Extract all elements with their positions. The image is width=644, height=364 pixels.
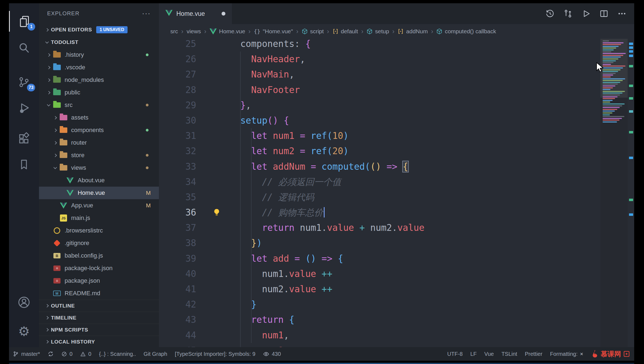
status-git-branch[interactable]: master* xyxy=(9,347,44,361)
section-local-history[interactable]: LOCAL HISTORY xyxy=(39,336,159,347)
status-scanning[interactable]: {..} : Scanning.. xyxy=(95,347,140,361)
status-eol[interactable]: LF xyxy=(467,347,480,361)
chevron-down-icon[interactable] xyxy=(51,167,59,169)
status-ts-importer[interactable]: [TypeScript Importer]: Symbols: 9 xyxy=(171,347,259,361)
breadcrumb-item[interactable]: computed() callback xyxy=(436,28,496,35)
tree-item[interactable]: src xyxy=(39,99,159,111)
tree-item[interactable]: JSmain.js xyxy=(39,212,159,224)
status-encoding[interactable]: UTF-8 xyxy=(443,347,467,361)
tree-item[interactable]: Home.vueM xyxy=(39,187,159,199)
tree-item[interactable]: Bbabel.config.js xyxy=(39,249,159,262)
chevron-right-icon[interactable] xyxy=(51,129,59,132)
code-line[interactable]: 40 num1.value ++ xyxy=(159,266,634,282)
status-tslint[interactable]: TSLint xyxy=(498,347,521,361)
chevron-right-icon[interactable] xyxy=(44,79,53,81)
more-actions-icon[interactable]: ··· xyxy=(142,9,151,18)
activity-search[interactable] xyxy=(9,38,39,58)
activity-account[interactable] xyxy=(9,292,39,313)
code-line[interactable]: 42 } xyxy=(159,297,634,312)
chevron-right-icon[interactable] xyxy=(44,54,53,56)
status-formatting[interactable]: Formatting:× xyxy=(546,347,587,361)
code-line[interactable]: 28 NavFooter xyxy=(159,82,634,98)
activity-settings[interactable]: ⚙ xyxy=(9,321,39,342)
status-language-mode[interactable]: Vue xyxy=(480,347,498,361)
breadcrumb-item[interactable]: views xyxy=(187,28,201,35)
code-line[interactable]: 26 NavHeader, xyxy=(159,52,634,67)
breadcrumb-item[interactable]: script xyxy=(302,28,324,35)
tree-item[interactable]: .browserslistrc xyxy=(39,224,159,237)
close-icon[interactable]: × xyxy=(580,351,583,357)
tree-item[interactable]: ≡package-lock.json xyxy=(39,262,159,275)
status-warnings[interactable]: 0 xyxy=(76,347,95,361)
tree-item[interactable]: .gitignore xyxy=(39,237,159,249)
tree-item[interactable]: MREADME.md xyxy=(39,287,159,300)
status-view-counter[interactable]: 430 xyxy=(259,347,285,361)
activity-explorer[interactable]: 1 xyxy=(9,11,39,32)
code-line[interactable]: 31 let num1 = ref(10) xyxy=(159,128,634,144)
chevron-down-icon[interactable] xyxy=(44,105,53,106)
status-git-graph[interactable]: Git Graph xyxy=(140,347,171,361)
breadcrumb-item[interactable]: Home.vue xyxy=(210,28,245,35)
chevron-right-icon[interactable] xyxy=(51,142,59,144)
tree-item[interactable]: .vscode xyxy=(39,61,159,74)
code-line[interactable]: 43 return { xyxy=(159,312,634,327)
code-line[interactable]: 39 let add = () => { xyxy=(159,251,634,266)
tree-item[interactable]: node_modules xyxy=(39,74,159,86)
code-line[interactable]: 38 }) xyxy=(159,235,634,251)
tree-item[interactable]: ≡package.json xyxy=(39,275,159,287)
section-outline[interactable]: OUTLINE xyxy=(39,300,159,312)
code-line[interactable]: 34 // 必须返回一个值 xyxy=(159,174,634,190)
code-area[interactable]: 25 components: {26 NavHeader,27 NavMain,… xyxy=(159,39,634,347)
tree-item[interactable]: About.vue xyxy=(39,174,159,187)
tree-item[interactable]: App.vueM xyxy=(39,199,159,212)
activity-extensions[interactable] xyxy=(9,128,39,149)
tree-item[interactable]: store xyxy=(39,149,159,162)
run-button[interactable] xyxy=(581,9,591,18)
code-line[interactable]: 29 }, xyxy=(159,98,634,113)
section-npm-scripts[interactable]: NPM SCRIPTS xyxy=(39,324,159,336)
code-line[interactable]: 27 NavMain, xyxy=(159,67,634,82)
more-actions-button[interactable] xyxy=(617,9,627,18)
code-line[interactable]: 37 return num1.value + num2.value xyxy=(159,220,634,235)
status-errors[interactable]: 0 xyxy=(58,347,76,361)
section-todolist[interactable]: TODOLIST xyxy=(39,36,159,49)
code-line[interactable]: 45 num2, xyxy=(159,343,634,347)
code-line[interactable]: 25 components: { xyxy=(159,39,634,52)
breadcrumb-item[interactable]: src xyxy=(170,28,178,35)
chevron-right-icon[interactable] xyxy=(44,91,53,94)
tree-item[interactable]: router xyxy=(39,136,159,149)
chevron-right-icon[interactable] xyxy=(51,154,59,157)
breadcrumb-item[interactable]: setup xyxy=(367,28,389,35)
section-timeline[interactable]: TIMELINE xyxy=(39,312,159,324)
unsaved-dot-icon[interactable] xyxy=(222,12,225,16)
lightbulb-icon[interactable] xyxy=(212,208,221,219)
chevron-right-icon[interactable] xyxy=(51,117,59,119)
open-editors-header[interactable]: OPEN EDITORS 1 UNSAVED xyxy=(39,23,159,36)
code-line[interactable]: 32 let num2 = ref(20) xyxy=(159,144,634,159)
code-line[interactable]: 33 let addNum = computed(() => { xyxy=(159,159,634,174)
tree-item[interactable]: components xyxy=(39,124,159,136)
split-editor-button[interactable] xyxy=(599,9,609,18)
tree-item[interactable]: .history xyxy=(39,49,159,61)
code-line[interactable]: 36 // 购物车总价 xyxy=(159,205,634,220)
breadcrumb-item[interactable]: {}"Home.vue" xyxy=(254,28,293,35)
activity-run-debug[interactable] xyxy=(9,97,39,118)
code-line[interactable]: 44 num1, xyxy=(159,328,634,343)
tree-item[interactable]: views xyxy=(39,162,159,174)
tab-home-vue[interactable]: Home.vue xyxy=(159,3,232,24)
status-sync[interactable] xyxy=(44,347,58,361)
history-button[interactable] xyxy=(545,9,555,18)
code-line[interactable]: 41 num2.value ++ xyxy=(159,282,634,297)
compare-changes-button[interactable] xyxy=(563,9,573,18)
activity-source-control[interactable]: 73 xyxy=(9,72,39,93)
breadcrumb-item[interactable]: addNum xyxy=(398,28,428,35)
status-prettier[interactable]: Prettier xyxy=(521,347,546,361)
chevron-right-icon[interactable] xyxy=(44,66,53,69)
activity-bookmarks[interactable] xyxy=(9,154,39,175)
code-line[interactable]: 30 setup() { xyxy=(159,113,634,128)
tree-item[interactable]: public xyxy=(39,86,159,99)
minimap[interactable] xyxy=(600,39,628,347)
breadcrumb-item[interactable]: default xyxy=(332,28,358,35)
tree-item[interactable]: assets xyxy=(39,111,159,124)
code-line[interactable]: 35 // 逻辑代码 xyxy=(159,190,634,205)
